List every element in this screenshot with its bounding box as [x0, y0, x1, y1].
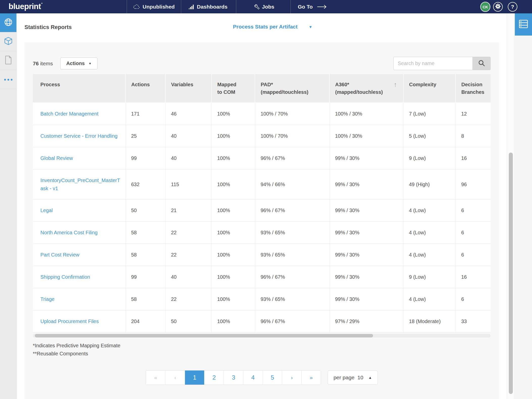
cell-complexity: 4 (Low) — [403, 244, 456, 266]
nav-item-dashboards[interactable]: Dashboards — [189, 0, 227, 13]
pagination-page-1[interactable]: 1 — [185, 370, 204, 385]
cell-variables: 50 — [165, 310, 211, 332]
process-link[interactable]: InventoryCount_PreCount_MasterTask - v1 — [40, 178, 120, 191]
cell-mapped-to-com: 100% — [211, 199, 255, 221]
gear-icon — [495, 3, 501, 10]
pagination-prev-button[interactable]: ‹ — [165, 370, 185, 385]
pagination-last-button[interactable]: » — [301, 370, 321, 385]
table-footnotes: *Indicates Predictive Mapping Estimate *… — [33, 341, 491, 358]
process-link[interactable]: Part Cost Review — [40, 252, 79, 258]
ellipsis-icon — [4, 77, 13, 82]
pagination-page-3[interactable]: 3 — [224, 370, 243, 385]
horizontal-scrollbar — [33, 334, 491, 337]
cell-complexity: 18 (Moderate) — [403, 310, 456, 332]
pagination-page-5[interactable]: 5 — [262, 370, 282, 385]
pagination-page-2[interactable]: 2 — [204, 370, 224, 385]
sort-ascending-icon: ↑ — [394, 81, 397, 88]
cell-pad: 93% / 65% — [255, 288, 329, 310]
cell-complexity: 4 (Low) — [403, 221, 456, 244]
nav-divider — [181, 0, 181, 13]
wrench-icon — [254, 4, 259, 9]
cell-mapped-to-com: 100% — [211, 169, 255, 199]
cell-decision-branches: 96 — [456, 169, 491, 199]
cell-complexity: 9 (Low) — [403, 266, 456, 288]
right-sidebar — [515, 13, 532, 399]
top-navbar: blueprint Unpublished Dashboards Jobs Go… — [0, 0, 532, 13]
table-row: North America Cost Filing 58 22 100% 93%… — [33, 221, 491, 244]
column-header-mapped-to-com[interactable]: Mappedto COM — [211, 74, 255, 103]
actions-button[interactable]: Actions ▼ — [60, 58, 97, 69]
sidebar-item-document[interactable] — [0, 51, 16, 70]
page-title: Statistics Reports — [24, 24, 72, 31]
cell-complexity: 4 (Low) — [403, 288, 456, 310]
cell-a360: 99% / 30% — [329, 221, 403, 244]
cell-variables: 22 — [165, 288, 211, 310]
search-input[interactable] — [393, 57, 472, 70]
nav-item-label: Jobs — [262, 4, 274, 10]
horizontal-scrollbar-thumb[interactable] — [35, 334, 373, 337]
column-header-a360[interactable]: A360*(mapped/touchless)↑ — [329, 74, 403, 103]
vertical-scrollbar-thumb[interactable] — [509, 153, 513, 394]
cell-process: Upload Procurement Files — [33, 310, 125, 332]
settings-button[interactable] — [493, 2, 503, 12]
column-header-complexity[interactable]: Complexity — [403, 74, 456, 103]
search-box — [393, 57, 491, 70]
left-sidebar — [0, 13, 17, 399]
table-rows-panel-button[interactable] — [515, 13, 532, 36]
help-button[interactable]: ? — [508, 2, 517, 12]
table-row: Global Review 99 40 100% 96% / 67% 99% /… — [33, 147, 491, 169]
table-rows-icon — [519, 20, 528, 29]
globe-icon — [4, 17, 13, 28]
pagination-page-4[interactable]: 4 — [243, 370, 262, 385]
pagination-next-button[interactable]: › — [282, 370, 301, 385]
report-selector-dropdown[interactable]: Process Stats per Artifact ▼ — [233, 24, 312, 30]
process-link[interactable]: Upload Procurement Files — [40, 319, 99, 324]
cell-actions: 204 — [125, 310, 165, 332]
nav-item-go-to[interactable]: Go To — [298, 0, 327, 13]
cell-actions: 58 — [125, 288, 165, 310]
sidebar-item-cube[interactable] — [0, 32, 16, 51]
sidebar-item-globe[interactable] — [0, 13, 16, 32]
cell-a360: 99% / 30% — [329, 266, 403, 288]
column-header-process[interactable]: Process — [33, 74, 125, 103]
cell-a360: 99% / 30% — [329, 288, 403, 310]
cell-process: Customer Service - Error Handling — [33, 125, 125, 147]
cell-mapped-to-com: 100% — [211, 125, 255, 147]
cell-mapped-to-com: 100% — [211, 244, 255, 266]
cell-pad: 94% / 66% — [255, 169, 329, 199]
column-header-decision-branches[interactable]: DecisionBranches — [456, 74, 491, 103]
column-header-variables[interactable]: Variables — [165, 74, 211, 103]
column-header-actions[interactable]: Actions — [125, 74, 165, 103]
sidebar-item-more[interactable] — [0, 70, 16, 89]
column-header-pad[interactable]: PAD*(mapped/touchless) — [255, 74, 329, 103]
cell-process: Shipping Confirmation — [33, 266, 125, 288]
cell-pad: 93% / 65% — [255, 221, 329, 244]
footnote-reusable-components: **Reusable Components — [33, 350, 491, 358]
nav-item-unpublished[interactable]: Unpublished — [133, 0, 175, 13]
search-button[interactable] — [472, 57, 491, 70]
table-row: Upload Procurement Files 204 50 100% 96%… — [33, 310, 491, 332]
cell-decision-branches: 16 — [456, 266, 491, 288]
process-link[interactable]: Legal — [40, 208, 53, 213]
cell-process: Triage — [33, 288, 125, 310]
cloud-outline-icon — [133, 4, 140, 9]
process-link[interactable]: Triage — [40, 296, 55, 302]
process-link[interactable]: Shipping Confirmation — [40, 274, 90, 280]
process-link[interactable]: Batch Order Management — [40, 111, 98, 117]
per-page-selector[interactable]: per page 10 ▲ — [328, 370, 378, 385]
process-link[interactable]: North America Cost Filing — [40, 230, 98, 235]
chevron-up-icon: ▲ — [368, 376, 372, 380]
pagination-first-button[interactable]: « — [146, 370, 165, 385]
cell-process: Batch Order Management — [33, 103, 125, 125]
cell-actions: 58 — [125, 221, 165, 244]
avatar[interactable]: CK — [480, 2, 490, 12]
cell-actions: 25 — [125, 125, 165, 147]
process-link[interactable]: Customer Service - Error Handling — [40, 133, 118, 139]
process-link[interactable]: Global Review — [40, 155, 73, 161]
table-row: Legal 50 21 100% 96% / 67% 99% / 30% 4 (… — [33, 199, 491, 221]
cell-pad: 96% / 67% — [255, 266, 329, 288]
nav-item-jobs[interactable]: Jobs — [254, 0, 274, 13]
footnote-predictive-mapping: *Indicates Predictive Mapping Estimate — [33, 341, 491, 350]
cell-a360: 100% / 30% — [329, 103, 403, 125]
cell-decision-branches: 12 — [456, 103, 491, 125]
